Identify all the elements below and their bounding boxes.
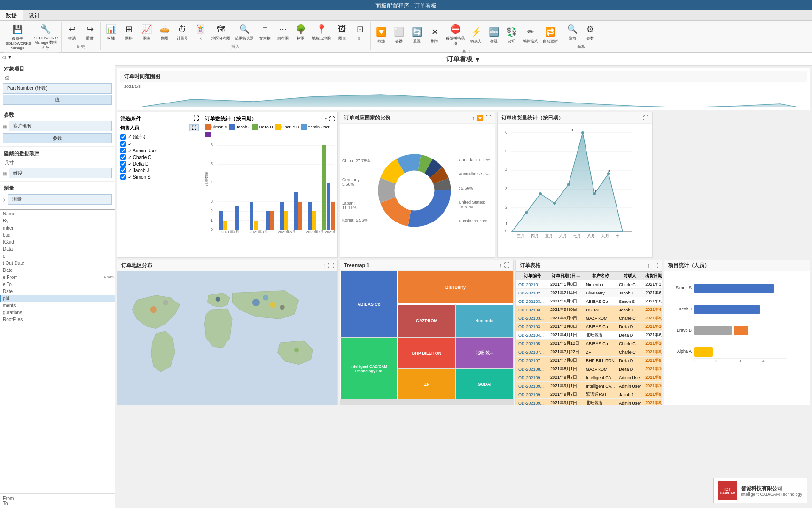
filter-item-charle[interactable]: ✓ Charle C: [120, 154, 199, 160]
table-row[interactable]: OD-202103... 2021年3月8日 ABIBAS Co Delta D…: [516, 323, 662, 331]
treemap-expand-btn[interactable]: ⛶: [504, 262, 509, 269]
treemap-export-btn[interactable]: ↑: [499, 262, 502, 269]
table-row[interactable]: OD-202103... 2021年6月3日 ABIBAS Co Simon S…: [516, 297, 662, 306]
order-count-export[interactable]: ↑: [324, 116, 327, 122]
btn-remove-item[interactable]: ⛔ 移除拼搭品项: [444, 22, 467, 47]
table-row[interactable]: OD-202105... 2021年5月12日 ABIBAS Co Charle…: [516, 340, 662, 348]
filter-item-admin[interactable]: ✓ Admin User: [120, 147, 199, 154]
filter-item-all[interactable]: ✓ (全部): [120, 133, 199, 141]
treemap-cell-gudai[interactable]: GUDAI: [456, 369, 513, 399]
map-export-btn[interactable]: ↑: [323, 262, 326, 269]
table-row[interactable]: OD-202109... 2021年9月7日 Intelligent CA...…: [516, 373, 662, 382]
treemap-cell-zf[interactable]: ZF: [398, 369, 455, 399]
collapse-btn[interactable]: ▼: [8, 55, 12, 60]
btn-delete[interactable]: ✕ 删除: [426, 24, 443, 45]
salesperson-expand-btn[interactable]: ⛶: [189, 124, 199, 131]
btn-treemap[interactable]: 🌳 树图: [292, 22, 309, 42]
table-row[interactable]: OD-202107... 2021年7月22日 ZF Charle C 2021…: [516, 348, 662, 357]
btn-gauge[interactable]: ⏱ 计量器: [174, 22, 191, 42]
treemap-cell-nintendo[interactable]: Nintendo: [456, 304, 513, 337]
customer-name-item[interactable]: 客户名称: [9, 121, 112, 131]
ribbon-tab-data[interactable]: 数据: [0, 10, 23, 20]
sidebar-item-e-to[interactable]: e To: [0, 281, 115, 288]
filter-item-blank[interactable]: ✓: [120, 141, 199, 147]
sidebar-item-pid[interactable]: pId: [0, 295, 115, 302]
dashboard-filter-icon[interactable]: ▼: [475, 56, 481, 63]
table-row[interactable]: OD-202107... 2021年7月8日 BHP BILLITON Delt…: [516, 357, 662, 365]
btn-scatter[interactable]: ⋯ 散布图: [274, 22, 291, 42]
table-row[interactable]: OD-202109... 2021年9月7日 北旺装备 Admin User 2…: [516, 399, 662, 405]
sidebar-item-date2[interactable]: Date: [0, 288, 115, 295]
sidebar-item-rootfiles[interactable]: RootFiles: [0, 316, 115, 323]
sidebar-item-tguid[interactable]: tGuid: [0, 238, 115, 246]
btn-zoom[interactable]: 🔍 缩放: [564, 22, 581, 42]
sidebar-item-gurations[interactable]: gurations: [0, 309, 115, 316]
sidebar-item-e[interactable]: e: [0, 253, 115, 260]
sidebar-item-data[interactable]: Data: [0, 246, 115, 253]
country-export-btn[interactable]: ↑: [472, 115, 475, 121]
btn-title[interactable]: 🔤 标题: [485, 24, 502, 45]
btn-pie[interactable]: 🥧 饼图: [156, 22, 173, 42]
sidebar-item-date[interactable]: Date: [0, 267, 115, 274]
map-expand-btn[interactable]: ⛶: [328, 262, 334, 269]
part-number-item[interactable]: Part Number (计数): [3, 83, 112, 94]
sidebar-item-by[interactable]: By: [0, 217, 115, 224]
btn-container[interactable]: ⬜ 容器: [390, 24, 407, 45]
btn-range-filter[interactable]: 🔍 范围筛选器: [233, 22, 256, 42]
btn-gallery[interactable]: 🖼 图库: [334, 22, 351, 42]
filter-item-simon[interactable]: ✓ Simon S: [120, 174, 199, 180]
sidebar-item-e-from[interactable]: e From From: [0, 274, 115, 281]
btn-reset[interactable]: 🔄 重置: [408, 24, 425, 45]
treemap-cell-blueberry[interactable]: BlueBerry: [398, 271, 513, 304]
filter-expand-btn[interactable]: ⛶: [193, 115, 199, 122]
time-filter-expand[interactable]: ⛶: [797, 73, 803, 80]
btn-chart[interactable]: 📈 图表: [138, 22, 155, 42]
btn-landmark-map[interactable]: 📍 地标点地图: [310, 22, 333, 42]
table-row[interactable]: OD-202109... 2021年9月1日 Intelligent CA...…: [516, 382, 662, 390]
treemap-cell-beiwan[interactable]: 北旺 装...: [456, 338, 513, 368]
params-value-item[interactable]: 参数: [3, 133, 112, 143]
filter-item-delta[interactable]: ✓ Delta D: [120, 160, 199, 167]
treemap-cell-bhp[interactable]: BHP BILLITON: [398, 338, 455, 368]
country-expand-btn[interactable]: ⛶: [485, 115, 491, 121]
sidebar-item-mber[interactable]: mber: [0, 224, 115, 231]
btn-card[interactable]: 🃏 卡: [192, 22, 209, 42]
btn-edit-format[interactable]: ✏ 编辑格式: [521, 24, 540, 45]
btn-params[interactable]: ⚙ 参数: [582, 22, 599, 42]
table-row[interactable]: OD-202109... 2021年9月7日 繁语通FST Jacob J 20…: [516, 390, 662, 399]
sidebar-item-bud[interactable]: bud: [0, 231, 115, 238]
sidebar-item-ments[interactable]: ments: [0, 302, 115, 309]
sidebar-item-out-date[interactable]: t Out Date: [0, 260, 115, 267]
measure-item[interactable]: 测量: [8, 194, 112, 205]
btn-group[interactable]: ⊡ 组: [351, 22, 368, 42]
table-row[interactable]: OD-202108... 2021年8月1日 GAZPROM Delta D 2…: [516, 365, 662, 373]
filter-item-jacob[interactable]: ✓ Jacob J: [120, 167, 199, 174]
btn-convert[interactable]: ⚡ 转换力: [468, 24, 484, 45]
sidebar-item-name[interactable]: Name: [0, 210, 115, 217]
table-row[interactable]: OD-202103... 2021年9月9日 GUDAI Jacob J 202…: [516, 306, 662, 314]
table-row[interactable]: OD-202103... 2021年9月9日 GAZPROM Charle C …: [516, 314, 662, 323]
btn-sw-wizard[interactable]: 🔧 SOLIDWORKS Manage 数据向导: [32, 22, 59, 51]
btn-save-solidworks[interactable]: 💾 保存于 SOLIDWORKS Manage: [4, 22, 31, 51]
value-item[interactable]: 值: [3, 95, 112, 105]
btn-redo[interactable]: ↪ 重做: [81, 22, 98, 42]
btn-auto-update[interactable]: 🔁 自动更新: [541, 24, 560, 45]
btn-pivot[interactable]: 📊 枢轴: [102, 22, 119, 42]
treemap-cell-intelligent[interactable]: Intelligent CAD/CAM Technology Ltd.: [340, 338, 398, 399]
country-filter-btn[interactable]: 🔽: [476, 115, 484, 121]
btn-grid[interactable]: ⊞ 网格: [120, 22, 137, 42]
table-row[interactable]: OD-202104... 2021年4月1日 北旺装备 Delta D 2021…: [516, 331, 662, 340]
table-expand-btn[interactable]: ⛶: [652, 262, 658, 269]
table-row[interactable]: OD-202101... 2021年1月8日 Nintenbo Charle C…: [516, 280, 662, 289]
ribbon-tab-design[interactable]: 设计: [23, 10, 46, 20]
order-count-expand[interactable]: ⛶: [329, 116, 335, 122]
table-row[interactable]: OD-202102... 2021年2月4日 BlueBerry Jacob J…: [516, 289, 662, 297]
btn-filter[interactable]: 🔽 筛选: [373, 24, 390, 45]
btn-undo[interactable]: ↩ 撤消: [63, 22, 80, 42]
btn-region-map[interactable]: 🗺 地区分布图: [210, 22, 232, 42]
treemap-cell-abibas[interactable]: ABIBAS Co: [340, 271, 398, 337]
table-export-btn[interactable]: ↑: [648, 262, 650, 269]
volume-expand-btn[interactable]: ⛶: [643, 115, 648, 121]
treemap-cell-gazprom[interactable]: GAZPROM: [398, 304, 455, 337]
btn-currency[interactable]: 💱 货币: [503, 24, 520, 45]
